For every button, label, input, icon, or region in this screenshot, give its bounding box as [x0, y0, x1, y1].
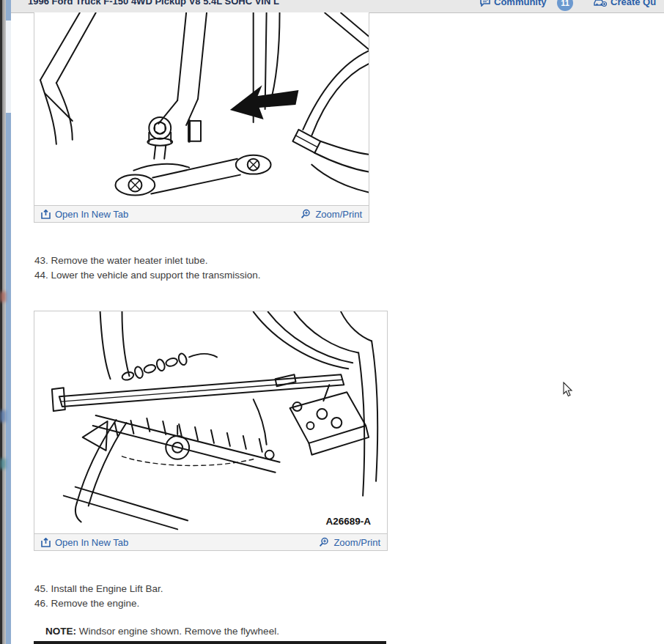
background-smudge [0, 292, 6, 302]
open-in-new-tab-label: Open In New Tab [55, 537, 128, 548]
background-smudge [0, 410, 6, 422]
community-link[interactable]: Community [480, 0, 547, 7]
figure-toolbar: Open In New Tab Zoom/Print [34, 533, 388, 551]
vehicle-title: 1996 Ford Truck F-150 4WD Pickup V8 5.4L… [28, 0, 279, 7]
instruction-steps-lower: 45. Install the Engine Lift Bar. 46. Rem… [34, 582, 163, 611]
note-label: NOTE: [45, 626, 76, 637]
engine-mount-diagram[interactable] [34, 12, 369, 205]
open-in-new-tab-link[interactable]: Open In New Tab [41, 537, 128, 548]
note-text: NOTE: Windsor engine shown. Remove the f… [45, 626, 279, 637]
figure-box-2: A26689-A Open In New Tab Zoom/Print [34, 311, 388, 551]
chat-bubble-icon [480, 0, 490, 7]
zoom-print-link[interactable]: Zoom/Print [319, 537, 380, 548]
create-question-link[interactable]: Create Qu [594, 0, 656, 7]
open-in-new-tab-label: Open In New Tab [55, 209, 128, 220]
engine-mount-line-art [34, 12, 369, 205]
next-image-top-edge [34, 641, 386, 644]
figure-toolbar: Open In New Tab Zoom/Print [34, 205, 369, 223]
step-45: 45. Install the Engine Lift Bar. [34, 582, 163, 596]
community-count-badge: 11 [557, 0, 573, 11]
zoom-icon [319, 537, 329, 547]
figure-box-1: Open In New Tab Zoom/Print [34, 12, 369, 223]
zoom-print-label: Zoom/Print [333, 537, 380, 548]
open-in-new-tab-icon [41, 210, 51, 219]
diagram-part-code: A26689-A [325, 516, 371, 527]
engine-lift-bar-line-art [34, 311, 387, 533]
mouse-cursor [563, 382, 573, 397]
zoom-print-label: Zoom/Print [315, 209, 362, 220]
background-smudge [0, 459, 6, 469]
pointer-arrow [230, 85, 299, 119]
step-43: 43. Remove the water heater inlet tube. [34, 253, 260, 268]
community-label: Community [494, 0, 547, 7]
step-46: 46. Remove the engine. [34, 596, 163, 611]
instruction-steps-upper: 43. Remove the water heater inlet tube. … [34, 253, 260, 283]
engine-lift-bar-diagram[interactable]: A26689-A [34, 311, 388, 533]
car-plus-icon [594, 0, 607, 7]
zoom-print-link[interactable]: Zoom/Print [300, 209, 362, 220]
step-44: 44. Lower the vehicle and support the tr… [34, 268, 260, 283]
page-header: 1996 Ford Truck F-150 4WD Pickup V8 5.4L… [11, 0, 664, 13]
zoom-icon [300, 209, 311, 219]
open-in-new-tab-icon [41, 538, 51, 547]
background-window-strip-highlight [6, 21, 11, 113]
create-question-label: Create Qu [610, 0, 656, 7]
open-in-new-tab-link[interactable]: Open In New Tab [41, 209, 128, 220]
